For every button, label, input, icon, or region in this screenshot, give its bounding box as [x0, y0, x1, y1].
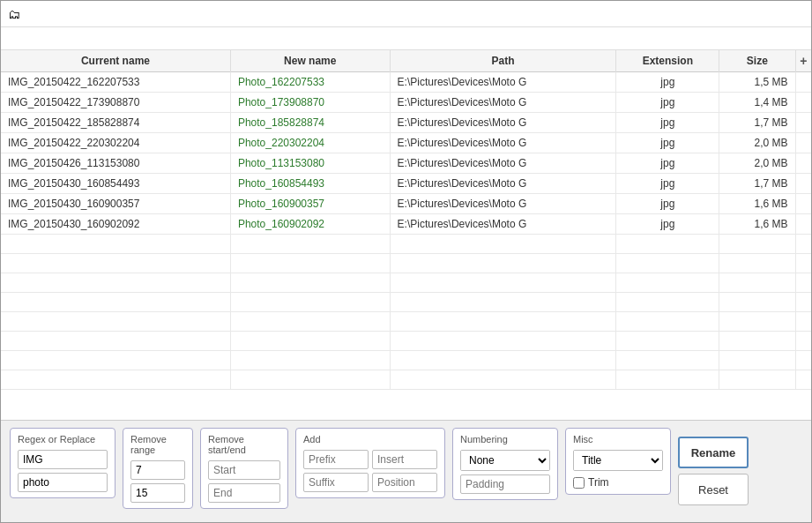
cell-size: 2,0 MB: [719, 153, 795, 174]
remove-start-input[interactable]: [208, 460, 280, 480]
file-table: Current name New name Path Extension Siz…: [1, 50, 811, 390]
file-table-container: Current name New name Path Extension Siz…: [1, 50, 811, 421]
title-bar: 🗂: [1, 1, 811, 27]
cell-path: E:\Pictures\Devices\Moto G: [390, 194, 616, 214]
misc-case-select[interactable]: Title Upper Lower Sentence: [574, 451, 662, 470]
remove-range-label: Remove range: [130, 434, 185, 455]
regex-search-input[interactable]: [18, 450, 108, 469]
cell-extension: jpg: [616, 133, 719, 153]
col-header-size: Size: [719, 50, 795, 72]
cell-size: 1,7 MB: [719, 174, 795, 194]
cell-new-name: Photo_185828874: [230, 113, 390, 133]
table-row[interactable]: IMG_20150422_162207533 Photo_162207533 E…: [1, 72, 811, 93]
cell-path: E:\Pictures\Devices\Moto G: [390, 174, 616, 194]
cell-extension: jpg: [616, 214, 719, 235]
cell-new-name: Photo_160854493: [230, 174, 390, 194]
cell-new-name: Photo_173908870: [230, 93, 390, 113]
misc-select-wrapper: Title Upper Lower Sentence: [573, 450, 663, 471]
cell-current-name: IMG_20150430_160854493: [1, 174, 230, 194]
menu-item-menu[interactable]: [8, 37, 22, 41]
main-window: 🗂 Current name New name Path Extension S…: [0, 0, 812, 523]
table-row-empty: [1, 351, 811, 370]
plus-icon[interactable]: +: [800, 54, 807, 68]
cell-size: 1,6 MB: [719, 214, 795, 235]
numbering-label: Numbering: [460, 434, 550, 445]
cell-current-name: IMG_20150422_173908870: [1, 93, 230, 113]
add-insert-input[interactable]: [372, 450, 437, 469]
cell-new-name: Photo_160900357: [230, 194, 390, 214]
cell-new-name: Photo_162207533: [230, 72, 390, 93]
remove-range-group: Remove range: [123, 428, 193, 509]
cell-extra: [795, 153, 811, 174]
remove-startend-group: Remove start/end: [200, 428, 288, 509]
cell-extension: jpg: [616, 174, 719, 194]
table-row[interactable]: IMG_20150422_220302204 Photo_220302204 E…: [1, 133, 811, 153]
trim-checkbox[interactable]: [573, 477, 585, 489]
trim-label[interactable]: Trim: [588, 476, 609, 489]
cell-new-name: Photo_220302204: [230, 133, 390, 153]
rename-button[interactable]: Rename: [678, 437, 749, 468]
regex-replace-label: Regex or Replace: [18, 434, 108, 445]
cell-extension: jpg: [616, 153, 719, 174]
table-row[interactable]: IMG_20150426_113153080 Photo_113153080 E…: [1, 153, 811, 174]
table-row-empty: [1, 273, 811, 293]
cell-current-name: IMG_20150422_220302204: [1, 133, 230, 153]
numbering-padding-input[interactable]: [460, 474, 550, 494]
remove-range-start-input[interactable]: [130, 460, 185, 480]
cell-extra: [795, 194, 811, 214]
regex-replace-input[interactable]: [18, 473, 108, 492]
table-body: IMG_20150422_162207533 Photo_162207533 E…: [1, 72, 811, 390]
close-button[interactable]: [781, 5, 804, 23]
cell-extension: jpg: [616, 113, 719, 133]
add-column-button[interactable]: +: [795, 50, 811, 72]
cell-path: E:\Pictures\Devices\Moto G: [390, 133, 616, 153]
table-row[interactable]: IMG_20150430_160900357 Photo_160900357 E…: [1, 194, 811, 214]
col-header-extension: Extension: [616, 50, 719, 72]
app-icon: 🗂: [8, 7, 20, 21]
misc-label: Misc: [573, 434, 663, 445]
cell-extra: [795, 93, 811, 113]
table-row-empty: [1, 312, 811, 332]
add-row-bottom: [303, 473, 437, 492]
cell-extra: [795, 174, 811, 194]
table-row[interactable]: IMG_20150430_160902092 Photo_160902092 E…: [1, 214, 811, 235]
cell-extra: [795, 133, 811, 153]
cell-size: 1,6 MB: [719, 194, 795, 214]
add-label: Add: [303, 434, 437, 445]
add-suffix-input[interactable]: [303, 473, 369, 492]
numbering-group: Numbering None Before After: [452, 428, 558, 500]
cell-extra: [795, 72, 811, 93]
minimize-button[interactable]: [732, 5, 755, 23]
cell-extra: [795, 214, 811, 235]
cell-size: 1,5 MB: [719, 72, 795, 93]
cell-path: E:\Pictures\Devices\Moto G: [390, 153, 616, 174]
misc-group: Misc Title Upper Lower Sentence Trim: [565, 428, 671, 495]
add-row-top: [303, 450, 437, 469]
remove-startend-label: Remove start/end: [208, 434, 280, 455]
cell-size: 2,0 MB: [719, 133, 795, 153]
reset-button[interactable]: Reset: [678, 474, 749, 505]
title-bar-left: 🗂: [8, 7, 26, 21]
maximize-button[interactable]: [756, 5, 779, 23]
cell-path: E:\Pictures\Devices\Moto G: [390, 93, 616, 113]
numbering-select-wrapper: None Before After: [460, 450, 550, 471]
cell-current-name: IMG_20150422_162207533: [1, 72, 230, 93]
table-row-empty: [1, 370, 811, 390]
add-position-input[interactable]: [372, 473, 437, 492]
cell-new-name: Photo_113153080: [230, 153, 390, 174]
table-row-empty: [1, 293, 811, 312]
table-row[interactable]: IMG_20150422_173908870 Photo_173908870 E…: [1, 93, 811, 113]
col-header-path: Path: [390, 50, 616, 72]
cell-new-name: Photo_160902092: [230, 214, 390, 235]
remove-end-input[interactable]: [208, 483, 280, 503]
table-row[interactable]: IMG_20150430_160854493 Photo_160854493 E…: [1, 174, 811, 194]
regex-replace-group: Regex or Replace: [10, 428, 115, 498]
col-header-new-name: New name: [230, 50, 390, 72]
cell-path: E:\Pictures\Devices\Moto G: [390, 72, 616, 93]
cell-path: E:\Pictures\Devices\Moto G: [390, 113, 616, 133]
remove-range-end-input[interactable]: [130, 483, 185, 503]
cell-extension: jpg: [616, 72, 719, 93]
numbering-select[interactable]: None Before After: [461, 451, 549, 470]
add-prefix-input[interactable]: [303, 450, 369, 469]
table-row[interactable]: IMG_20150422_185828874 Photo_185828874 E…: [1, 113, 811, 133]
